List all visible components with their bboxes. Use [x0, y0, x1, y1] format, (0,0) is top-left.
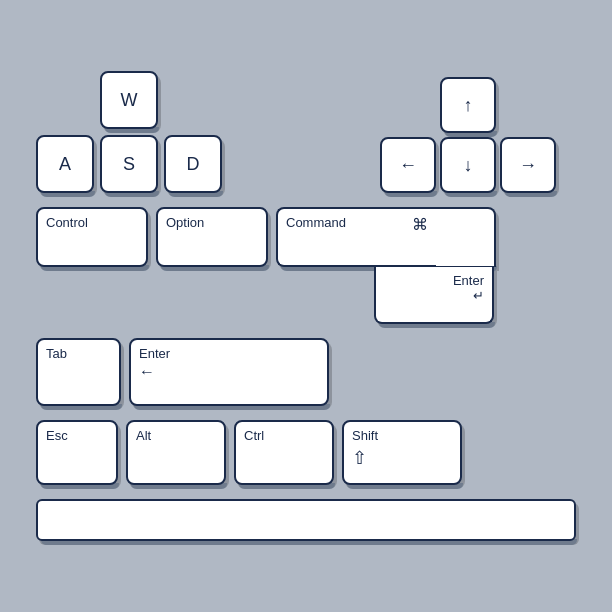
- enter-horiz-label: Enter: [139, 346, 170, 361]
- up-label: ↑: [464, 95, 473, 116]
- arrow-group: ↑ ← ↓ →: [380, 77, 556, 193]
- tab-label: Tab: [46, 346, 67, 361]
- alt-label: Alt: [136, 428, 151, 443]
- key-up[interactable]: ↑: [440, 77, 496, 133]
- enter-horiz-arrow: ←: [139, 363, 155, 381]
- row-tab-enter: Tab Enter ←: [36, 338, 576, 406]
- key-shift[interactable]: Shift ⇧: [342, 420, 462, 485]
- key-alt[interactable]: Alt: [126, 420, 226, 485]
- control-label: Control: [46, 215, 88, 230]
- right-label: →: [519, 155, 537, 176]
- key-ctrl[interactable]: Ctrl: [234, 420, 334, 485]
- wasd-group: W A S D: [36, 71, 222, 193]
- enter-vert-label: Enter: [453, 273, 484, 288]
- key-command[interactable]: Command ⌘: [276, 207, 436, 267]
- d-label: D: [187, 154, 200, 175]
- key-enter-bottom[interactable]: Enter ↵: [374, 267, 494, 324]
- option-label: Option: [166, 215, 204, 230]
- key-tab[interactable]: Tab: [36, 338, 121, 406]
- key-w[interactable]: W: [100, 71, 158, 129]
- s-label: S: [123, 154, 135, 175]
- row-modifiers: Control Option Command ⌘ Enter ↵: [36, 207, 576, 324]
- key-esc[interactable]: Esc: [36, 420, 118, 485]
- down-label: ↓: [464, 155, 473, 176]
- command-enter-group: Command ⌘ Enter ↵: [276, 207, 496, 324]
- key-enter-top[interactable]: [436, 207, 496, 267]
- command-icon: ⌘: [412, 215, 428, 234]
- enter-vert-arrow: ↵: [473, 288, 484, 303]
- w-label: W: [121, 90, 138, 111]
- key-a[interactable]: A: [36, 135, 94, 193]
- keyboard-container: W A S D ↑: [26, 61, 586, 551]
- key-s[interactable]: S: [100, 135, 158, 193]
- row-spacebar: [36, 499, 576, 541]
- key-right[interactable]: →: [500, 137, 556, 193]
- a-label: A: [59, 154, 71, 175]
- key-option[interactable]: Option: [156, 207, 268, 267]
- key-space[interactable]: [36, 499, 576, 541]
- row-wasd-arrows: W A S D ↑: [36, 71, 576, 193]
- row-bottom-mods: Esc Alt Ctrl Shift ⇧: [36, 420, 576, 485]
- shift-icon: ⇧: [352, 447, 367, 469]
- esc-label: Esc: [46, 428, 68, 443]
- key-d[interactable]: D: [164, 135, 222, 193]
- shift-label: Shift: [352, 428, 378, 443]
- key-control[interactable]: Control: [36, 207, 148, 267]
- l-shape-container: Enter ↵: [436, 207, 496, 324]
- key-down[interactable]: ↓: [440, 137, 496, 193]
- key-left[interactable]: ←: [380, 137, 436, 193]
- ctrl-label: Ctrl: [244, 428, 264, 443]
- command-label: Command: [286, 215, 346, 230]
- left-label: ←: [399, 155, 417, 176]
- key-enter-horiz[interactable]: Enter ←: [129, 338, 329, 406]
